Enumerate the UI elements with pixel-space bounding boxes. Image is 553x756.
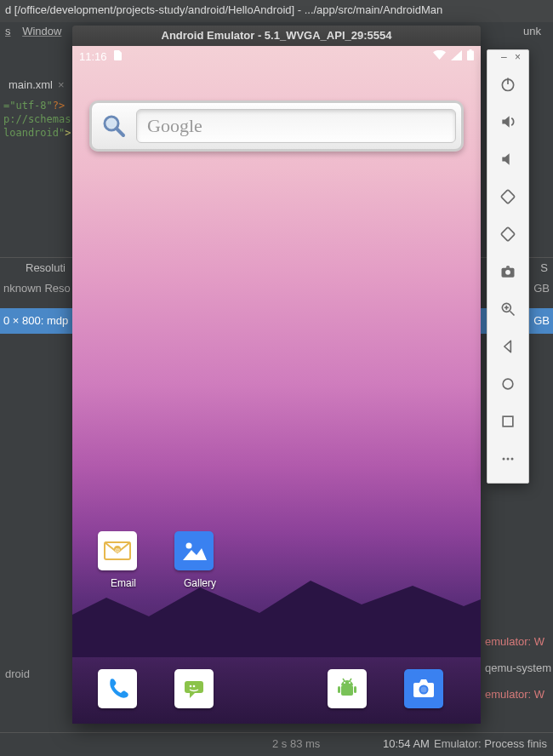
emulator-window: Android Emulator - 5.1_WVGA_API_29:5554 … bbox=[72, 26, 481, 724]
wifi-icon bbox=[433, 50, 446, 63]
emulator-title: Android Emulator - 5.1_WVGA_API_29:5554 bbox=[72, 26, 481, 46]
dock-camera[interactable] bbox=[404, 669, 455, 708]
svg-rect-0 bbox=[467, 51, 474, 61]
clock: 11:16 bbox=[79, 50, 107, 63]
panel-header-left: Resoluti bbox=[26, 261, 66, 274]
editor-tab-label: main.xml bbox=[9, 78, 53, 91]
app-label: Email bbox=[98, 577, 149, 589]
row-fragment: GB bbox=[533, 282, 550, 295]
minimize-button[interactable]: – bbox=[501, 53, 510, 61]
emulator-toolbar: – × bbox=[487, 49, 529, 484]
volume-down-button[interactable] bbox=[487, 140, 528, 178]
status-time: 10:54 AM bbox=[383, 737, 430, 750]
svg-line-29 bbox=[510, 312, 515, 316]
battery-icon bbox=[467, 49, 474, 63]
app-gallery[interactable]: Gallery bbox=[174, 531, 225, 589]
email-icon: @ bbox=[98, 531, 137, 570]
close-icon[interactable]: × bbox=[58, 78, 65, 91]
svg-point-34 bbox=[503, 458, 505, 461]
build-duration: 2 s 83 ms bbox=[272, 737, 320, 750]
power-button[interactable] bbox=[487, 66, 528, 103]
svg-rect-12 bbox=[341, 685, 353, 696]
dock-messages[interactable] bbox=[174, 669, 225, 708]
svg-point-32 bbox=[503, 379, 513, 389]
dock-phone[interactable] bbox=[98, 669, 149, 708]
svg-rect-18 bbox=[354, 686, 356, 693]
android-status-bar: 11:16 bbox=[79, 49, 474, 63]
sim-icon bbox=[112, 50, 123, 63]
svg-line-13 bbox=[343, 679, 345, 681]
svg-rect-33 bbox=[503, 416, 513, 427]
svg-point-10 bbox=[190, 685, 192, 688]
svg-point-27 bbox=[505, 270, 510, 275]
messages-icon bbox=[174, 669, 214, 708]
home-button[interactable] bbox=[487, 365, 528, 403]
search-input[interactable]: Google bbox=[136, 109, 456, 143]
search-icon[interactable] bbox=[97, 109, 131, 143]
editor-tab[interactable]: main.xml× bbox=[0, 75, 73, 97]
camera-icon bbox=[404, 669, 443, 708]
search-placeholder: Google bbox=[147, 115, 202, 137]
phone-icon bbox=[98, 669, 137, 708]
log-line: emulator: W bbox=[485, 688, 551, 701]
menu-item[interactable]: s bbox=[5, 25, 11, 37]
log-line: qemu-system bbox=[485, 662, 551, 674]
svg-point-11 bbox=[193, 685, 196, 688]
row-fragment: nknown Reso bbox=[3, 282, 71, 295]
dock-android[interactable] bbox=[328, 669, 379, 708]
app-label: Gallery bbox=[174, 577, 225, 589]
panel-header-right: S bbox=[540, 261, 548, 274]
svg-point-35 bbox=[507, 458, 510, 461]
screenshot-button[interactable] bbox=[487, 253, 528, 290]
svg-point-3 bbox=[106, 118, 117, 129]
svg-rect-25 bbox=[501, 227, 515, 241]
log-line: emulator: W bbox=[485, 635, 551, 648]
menu-item-window[interactable]: Window bbox=[22, 25, 61, 37]
rotate-left-button[interactable] bbox=[487, 178, 528, 215]
svg-point-36 bbox=[511, 458, 514, 461]
svg-point-15 bbox=[344, 682, 345, 684]
status-bar: 2 s 83 ms 10:54 AM Emulator: Process fin… bbox=[0, 732, 553, 756]
gallery-icon bbox=[174, 531, 214, 570]
overview-button[interactable] bbox=[487, 403, 528, 440]
svg-rect-24 bbox=[501, 190, 515, 203]
ide-window-title: d [/office/development/projects-study/an… bbox=[0, 0, 553, 22]
zoom-button[interactable] bbox=[487, 290, 528, 328]
google-search-widget[interactable]: Google bbox=[89, 100, 464, 152]
more-button[interactable] bbox=[487, 440, 528, 478]
svg-text:@: @ bbox=[115, 547, 120, 553]
android-home-screen[interactable]: 11:16 Google bbox=[72, 46, 481, 724]
signal-icon bbox=[451, 50, 462, 63]
rotate-right-button[interactable] bbox=[487, 215, 528, 253]
svg-line-14 bbox=[350, 679, 351, 681]
row-fragment: 0 × 800: mdp bbox=[3, 314, 68, 327]
android-icon bbox=[328, 669, 367, 708]
svg-point-21 bbox=[421, 687, 427, 693]
svg-point-16 bbox=[349, 682, 351, 684]
close-button[interactable]: × bbox=[515, 53, 523, 61]
svg-point-8 bbox=[186, 543, 192, 549]
volume-up-button[interactable] bbox=[487, 103, 528, 140]
svg-rect-1 bbox=[470, 49, 472, 51]
status-message: Emulator: Process finis bbox=[434, 737, 547, 750]
back-button[interactable] bbox=[487, 328, 528, 365]
menu-fragment: unk bbox=[523, 25, 541, 37]
code-fragment: ="utf-8"?> p://schemas. loandroid"> bbox=[0, 97, 81, 141]
svg-rect-17 bbox=[338, 686, 340, 693]
app-email[interactable]: @ Email bbox=[98, 531, 149, 589]
svg-line-4 bbox=[117, 129, 123, 135]
row-fragment: GB bbox=[530, 314, 550, 327]
